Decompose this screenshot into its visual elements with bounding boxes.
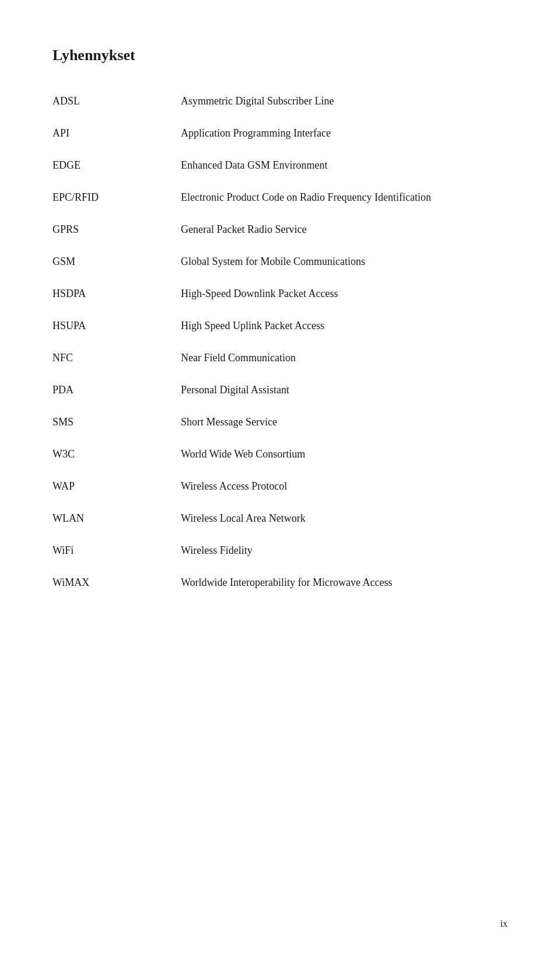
abbreviation-term: SMS	[52, 406, 181, 438]
table-row: GPRSGeneral Packet Radio Service	[52, 214, 508, 246]
table-row: SMSShort Message Service	[52, 406, 508, 438]
page-number: ix	[501, 918, 508, 929]
abbreviation-definition: Wireless Fidelity	[181, 535, 508, 567]
abbreviation-definition: Worldwide Interoperability for Microwave…	[181, 567, 508, 599]
abbreviation-term: EDGE	[52, 149, 181, 181]
abbreviation-term: WAP	[52, 470, 181, 502]
table-row: PDAPersonal Digital Assistant	[52, 374, 508, 406]
table-row: WiMAXWorldwide Interoperability for Micr…	[52, 567, 508, 599]
abbreviation-term: API	[52, 117, 181, 149]
abbreviation-definition: Personal Digital Assistant	[181, 374, 508, 406]
table-row: WAPWireless Access Protocol	[52, 470, 508, 502]
table-row: EPC/RFIDElectronic Product Code on Radio…	[52, 181, 508, 214]
abbreviation-term: HSUPA	[52, 310, 181, 342]
abbreviation-definition: Enhanced Data GSM Environment	[181, 149, 508, 181]
abbreviation-definition: World Wide Web Consortium	[181, 438, 508, 470]
abbreviation-definition: Asymmetric Digital Subscriber Line	[181, 85, 508, 117]
table-row: HSUPAHigh Speed Uplink Packet Access	[52, 310, 508, 342]
abbreviation-definition: Near Field Communication	[181, 342, 508, 374]
table-row: EDGEEnhanced Data GSM Environment	[52, 149, 508, 181]
table-row: HSDPAHigh-Speed Downlink Packet Access	[52, 278, 508, 310]
page-title: Lyhennykset	[52, 47, 508, 64]
abbreviation-term: W3C	[52, 438, 181, 470]
abbreviation-definition: Electronic Product Code on Radio Frequen…	[181, 181, 508, 214]
abbreviation-definition: Wireless Local Area Network	[181, 502, 508, 535]
abbreviation-definition: Wireless Access Protocol	[181, 470, 508, 502]
abbreviation-term: WLAN	[52, 502, 181, 535]
abbreviation-definition: High Speed Uplink Packet Access	[181, 310, 508, 342]
table-row: W3CWorld Wide Web Consortium	[52, 438, 508, 470]
table-row: GSMGlobal System for Mobile Communicatio…	[52, 246, 508, 278]
abbreviation-term: EPC/RFID	[52, 181, 181, 214]
table-row: ADSLAsymmetric Digital Subscriber Line	[52, 85, 508, 117]
abbreviation-definition: General Packet Radio Service	[181, 214, 508, 246]
table-row: WiFiWireless Fidelity	[52, 535, 508, 567]
abbreviation-term: ADSL	[52, 85, 181, 117]
abbreviation-definition: High-Speed Downlink Packet Access	[181, 278, 508, 310]
abbreviation-term: NFC	[52, 342, 181, 374]
abbreviation-term: GSM	[52, 246, 181, 278]
abbreviation-term: WiMAX	[52, 567, 181, 599]
abbreviation-term: HSDPA	[52, 278, 181, 310]
page: Lyhennykset ADSLAsymmetric Digital Subsc…	[0, 0, 560, 964]
abbreviations-table: ADSLAsymmetric Digital Subscriber LineAP…	[52, 85, 508, 599]
table-row: WLANWireless Local Area Network	[52, 502, 508, 535]
table-row: APIApplication Programming Interface	[52, 117, 508, 149]
abbreviation-definition: Application Programming Interface	[181, 117, 508, 149]
table-row: NFCNear Field Communication	[52, 342, 508, 374]
abbreviation-term: GPRS	[52, 214, 181, 246]
abbreviation-term: PDA	[52, 374, 181, 406]
abbreviation-term: WiFi	[52, 535, 181, 567]
abbreviation-definition: Global System for Mobile Communications	[181, 246, 508, 278]
abbreviation-definition: Short Message Service	[181, 406, 508, 438]
